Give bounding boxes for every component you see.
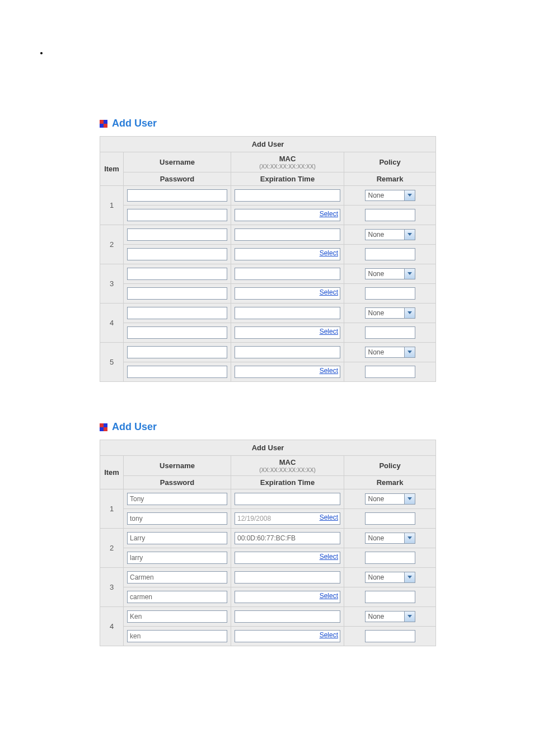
table-row: 3None	[100, 264, 436, 284]
username-input[interactable]	[127, 268, 227, 280]
col-password: Password	[124, 476, 231, 489]
svg-rect-8	[100, 427, 104, 431]
chevron-down-icon	[404, 494, 415, 504]
username-input[interactable]	[127, 532, 227, 544]
table-row: Select	[100, 323, 436, 343]
policy-select[interactable]: None	[365, 493, 415, 505]
mac-input[interactable]	[235, 493, 340, 505]
password-input[interactable]	[127, 209, 227, 221]
mac-input[interactable]	[235, 532, 340, 544]
password-input[interactable]	[127, 552, 227, 564]
add-user-section-filled: Add User Add User Item Username MAC(XX:X…	[100, 421, 434, 646]
item-number: 3	[100, 568, 124, 607]
col-remark: Remark	[344, 172, 436, 186]
col-expiration: Expiration Time	[231, 476, 344, 489]
policy-select[interactable]: None	[365, 307, 415, 319]
col-remark: Remark	[344, 476, 436, 489]
remark-input[interactable]	[365, 287, 415, 300]
username-input[interactable]	[127, 571, 227, 584]
remark-input[interactable]	[365, 248, 415, 260]
remark-input[interactable]	[365, 512, 415, 525]
remark-input[interactable]	[365, 326, 415, 339]
table-title: Add User	[100, 137, 436, 152]
col-password: Password	[124, 172, 231, 186]
policy-select[interactable]: None	[365, 190, 415, 201]
table-row: 4None	[100, 607, 436, 627]
select-date-link[interactable]: Select	[320, 249, 338, 257]
remark-input[interactable]	[365, 630, 415, 642]
table-row: Select	[100, 245, 436, 264]
username-input[interactable]	[127, 307, 227, 319]
password-input[interactable]	[127, 591, 227, 603]
username-input[interactable]	[127, 228, 227, 241]
section-heading: Add User	[100, 118, 434, 129]
item-number: 4	[100, 304, 124, 343]
select-date-link[interactable]: Select	[320, 553, 338, 561]
item-number: 4	[100, 607, 124, 646]
username-input[interactable]	[127, 346, 227, 358]
password-input[interactable]	[127, 248, 227, 260]
table-row: Select	[100, 548, 436, 568]
policy-select[interactable]: None	[365, 611, 415, 622]
add-user-table-filled: Add User Item Username MAC(XX:XX:XX:XX:X…	[100, 440, 436, 646]
password-input[interactable]	[127, 326, 227, 339]
username-input[interactable]	[127, 493, 227, 505]
chevron-down-icon	[404, 308, 415, 318]
chevron-down-icon	[404, 269, 415, 279]
chevron-down-icon	[404, 572, 415, 582]
col-item: Item	[100, 456, 124, 489]
mac-input[interactable]	[235, 189, 340, 202]
mac-input[interactable]	[235, 571, 340, 584]
select-date-link[interactable]: Select	[320, 328, 338, 335]
col-username: Username	[124, 456, 231, 476]
add-user-icon	[100, 423, 107, 431]
select-date-link[interactable]: Select	[320, 210, 338, 218]
svg-rect-2	[104, 120, 107, 124]
mac-input[interactable]	[235, 307, 340, 319]
chevron-down-icon	[404, 533, 415, 543]
item-number: 1	[100, 489, 124, 529]
col-username: Username	[124, 152, 231, 172]
username-input[interactable]	[127, 610, 227, 623]
chevron-down-icon	[404, 190, 415, 200]
select-date-link[interactable]: Select	[320, 592, 338, 600]
add-user-section-empty: Add User Add User Item Username MAC(XX:X…	[100, 118, 434, 382]
section-heading-text: Add User	[112, 118, 157, 129]
password-input[interactable]	[127, 287, 227, 300]
table-row: 4None	[100, 304, 436, 323]
password-input[interactable]	[127, 512, 227, 525]
col-policy: Policy	[344, 152, 436, 172]
policy-select[interactable]: None	[365, 268, 415, 279]
password-input[interactable]	[127, 366, 227, 378]
select-date-link[interactable]: Select	[320, 367, 338, 375]
mac-input[interactable]	[235, 268, 340, 280]
item-number: 2	[100, 225, 124, 264]
table-row: Select	[100, 509, 436, 529]
remark-input[interactable]	[365, 591, 415, 603]
col-expiration: Expiration Time	[231, 172, 344, 186]
policy-select[interactable]: None	[365, 347, 415, 358]
svg-rect-6	[100, 423, 104, 427]
select-date-link[interactable]: Select	[320, 288, 338, 296]
svg-rect-7	[104, 423, 107, 427]
select-date-link[interactable]: Select	[320, 631, 338, 639]
item-number: 5	[100, 343, 124, 382]
table-title: Add User	[100, 440, 436, 456]
policy-select[interactable]: None	[365, 533, 415, 544]
table-row: 2None	[100, 529, 436, 548]
username-input[interactable]	[127, 189, 227, 202]
policy-select[interactable]: None	[365, 572, 415, 583]
mac-input[interactable]	[235, 228, 340, 241]
mac-input[interactable]	[235, 610, 340, 623]
add-user-icon	[100, 120, 107, 128]
select-date-link[interactable]: Select	[320, 514, 338, 521]
policy-select[interactable]: None	[365, 229, 415, 240]
remark-input[interactable]	[365, 366, 415, 378]
section-heading: Add User	[100, 421, 434, 433]
add-user-table-empty: Add User Item Username MAC(XX:XX:XX:XX:X…	[100, 136, 436, 382]
table-row: Select	[100, 206, 436, 225]
remark-input[interactable]	[365, 209, 415, 221]
remark-input[interactable]	[365, 552, 415, 564]
mac-input[interactable]	[235, 346, 340, 358]
password-input[interactable]	[127, 630, 227, 642]
